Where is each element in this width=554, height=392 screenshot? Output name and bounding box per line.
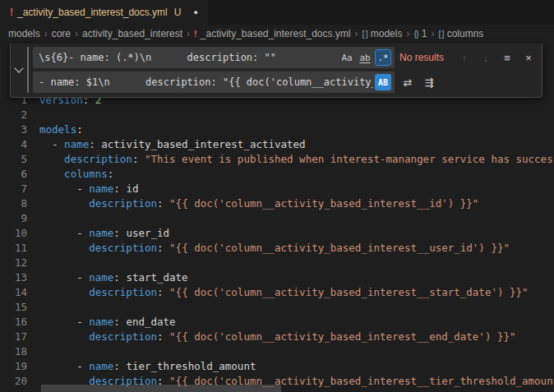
code-line[interactable]: description: "{{ doc('column__activity_b… [39, 330, 554, 344]
code-line[interactable] [39, 108, 554, 122]
code-token: start_date [126, 271, 187, 284]
code-token [39, 242, 89, 254]
editor-tab[interactable]: ! _activity_based_interest_docs.yml U ● [0, 0, 208, 25]
breadcrumb-label: core [52, 28, 71, 39]
code-token: : [157, 286, 169, 298]
code-line[interactable]: description: "{{ doc('column__activity_b… [39, 196, 554, 211]
code-line[interactable]: - name: start_date [39, 270, 554, 285]
code-token: description [89, 242, 157, 254]
breadcrumb-label: _activity_based_interest_docs.yml [201, 28, 351, 39]
code-token: - [39, 360, 89, 372]
preserve-case-toggle[interactable]: AB [375, 74, 391, 90]
line-number: 20 [0, 374, 27, 389]
code-line[interactable] [39, 300, 554, 315]
breadcrumb-label: columns [447, 28, 484, 39]
replace-input[interactable]: - name: $1\n description: "{{ doc('colum… [33, 71, 395, 93]
code-line[interactable]: description: "This event is published wh… [39, 152, 554, 167]
find-row: \s{6}- name: (.*)\n description: "" Aa a… [33, 47, 537, 68]
find-next-button[interactable]: ↓ [478, 49, 494, 66]
match-case-toggle[interactable]: Aa [339, 49, 355, 66]
code-token: user_id [126, 227, 169, 239]
toggle-replace-button[interactable] [11, 47, 27, 93]
code-token: : [113, 271, 126, 284]
scrollbar-thumb[interactable] [41, 385, 281, 392]
breadcrumb-item[interactable]: [ ]models [362, 28, 403, 39]
code-token: tier_threshold_amount [126, 360, 256, 372]
code-token: name [89, 360, 113, 372]
code-token: columns [64, 168, 108, 180]
breadcrumb-label: 1 [422, 28, 427, 39]
code-token: : [89, 138, 101, 150]
code-token: - [39, 138, 64, 150]
code-token [39, 153, 64, 165]
find-previous-button[interactable]: ↑ [456, 49, 473, 66]
code-token: description [64, 153, 132, 165]
breadcrumb-separator-icon: › [355, 28, 358, 39]
code-token: : [113, 182, 126, 195]
code-token: "This event is published when interest-m… [145, 153, 554, 165]
replace-all-button[interactable]: ⇶ [421, 74, 437, 90]
breadcrumb-item[interactable]: models [8, 28, 40, 39]
code-line[interactable]: - name: user_id [39, 226, 554, 241]
code-token: name [89, 182, 113, 195]
breadcrumb-item[interactable]: [ ]columns [438, 28, 483, 39]
find-input[interactable]: \s{6}- name: (.*)\n description: "" Aa a… [33, 47, 395, 68]
chevron-down-icon [14, 63, 23, 72]
modified-indicator-icon[interactable]: ● [193, 8, 197, 16]
line-number: 5 [0, 152, 27, 167]
code-token: : [76, 123, 83, 136]
code-line[interactable]: models: [39, 122, 554, 137]
code-token: description [89, 330, 157, 343]
breadcrumb-item[interactable]: !_activity_based_interest_docs.yml [194, 28, 350, 39]
code-line[interactable] [39, 344, 554, 359]
replace-button[interactable]: ⇄ [399, 74, 416, 90]
code-editor[interactable]: 1234567891011121314151617181920 version:… [0, 93, 554, 392]
find-widget-resize-sash[interactable] [27, 47, 29, 93]
code-token: end_date [126, 316, 175, 328]
line-number: 18 [0, 344, 27, 359]
tab-bar: ! _activity_based_interest_docs.yml U ● [0, 0, 554, 25]
find-query-text: \s{6}- name: (.*)\n description: "" [39, 52, 337, 63]
code-line[interactable]: - name: id [39, 182, 554, 196]
line-number: 9 [0, 211, 27, 226]
breadcrumb-item[interactable]: activity_based_interest [82, 28, 182, 39]
code-token: : [108, 168, 114, 180]
code-token: : [113, 360, 126, 372]
code-line[interactable] [39, 256, 554, 270]
line-number: 12 [0, 256, 27, 270]
line-number: 10 [0, 226, 27, 241]
breadcrumb-item[interactable]: {}1 [413, 28, 427, 39]
code-token: "{{ doc('column__activity_based_interest… [169, 197, 478, 210]
regex-toggle[interactable]: .* [375, 49, 391, 66]
code-line[interactable]: description: "{{ doc('column__activity_b… [39, 285, 554, 300]
line-number: 7 [0, 182, 27, 196]
code-token: description [89, 197, 157, 210]
code-line[interactable]: - name: end_date [39, 315, 554, 330]
code-token: name [64, 138, 89, 150]
line-number: 19 [0, 359, 27, 374]
code-token: models [39, 123, 76, 136]
breadcrumb-item[interactable]: core [52, 28, 71, 39]
code-line[interactable]: - name: activity_based_interest_activate… [39, 137, 554, 152]
yaml-file-icon: ! [10, 7, 13, 18]
gutter: 1234567891011121314151617181920 [0, 93, 33, 392]
vscode-window: ! _activity_based_interest_docs.yml U ● … [0, 0, 554, 392]
line-number: 6 [0, 167, 27, 182]
code-line[interactable]: description: "{{ doc('column__activity_b… [39, 241, 554, 256]
code-token: - [39, 316, 89, 328]
code-token: : [132, 153, 145, 165]
code-line[interactable]: columns: [39, 167, 554, 182]
find-replace-widget: \s{6}- name: (.*)\n description: "" Aa a… [10, 44, 542, 98]
breadcrumb: models›core›activity_based_interest›!_ac… [0, 25, 554, 43]
code-line[interactable]: - name: tier_threshold_amount [39, 359, 554, 374]
code-token: name [89, 227, 113, 239]
find-in-selection-button[interactable]: ≡ [499, 49, 515, 66]
horizontal-scrollbar[interactable] [33, 384, 554, 392]
line-number: 4 [0, 137, 27, 152]
close-icon[interactable]: × [520, 49, 537, 66]
code-line[interactable] [39, 211, 554, 226]
code-token: description [89, 286, 157, 298]
replace-text: - name: $1\n description: "{{ doc('colum… [39, 76, 373, 88]
code-token: - [39, 182, 89, 195]
whole-word-toggle[interactable]: ab [357, 49, 373, 66]
